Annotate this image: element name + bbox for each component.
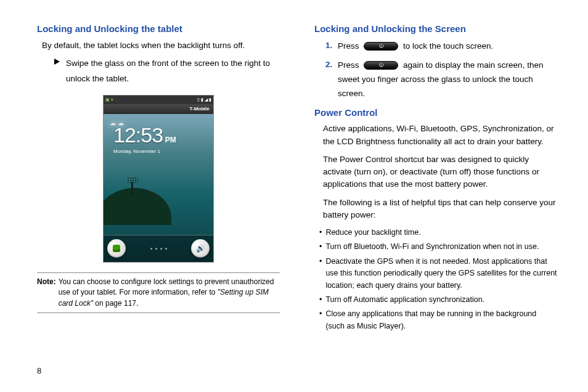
- arrow-icon: [54, 59, 60, 65]
- step-2-text: Press again to display the main screen, …: [338, 59, 557, 101]
- steps-list: 1. Press to lock the touch screen. 2. Pr…: [325, 39, 557, 101]
- heading-power-control: Power Control: [314, 106, 557, 120]
- step-1-text: Press to lock the touch screen.: [338, 39, 557, 54]
- tip-item: Close any applications that may be runni…: [319, 308, 557, 332]
- power-p2: The Power Control shortcut bar was desig…: [323, 153, 557, 191]
- lock-time: 12:53 PM Monday, November 1: [104, 120, 213, 155]
- heading-locking-tablet: Locking and Unlocking the tablet: [37, 22, 280, 36]
- phone-mockup: ▣ ▾ ▯ ▮ ◢ ▮ T-Mobile ☁ ☁ 12:53 PM Monday…: [103, 95, 214, 263]
- time-big: 12:53: [113, 123, 163, 147]
- note-content: You can choose to configure lock setting…: [59, 277, 280, 309]
- right-column: Locking and Unlocking the Screen 1. Pres…: [314, 22, 557, 335]
- lock-wallpaper: ☁ ☁ 12:53 PM Monday, November 1: [104, 114, 213, 262]
- note-label: Note:: [37, 277, 56, 309]
- tip-item: Reduce your backlight time.: [319, 227, 557, 239]
- step-1a: Press: [338, 41, 361, 51]
- sound-icon: [191, 239, 210, 258]
- power-button-icon: [364, 42, 398, 51]
- left-column: Locking and Unlocking the tablet By defa…: [37, 22, 280, 335]
- tip-item: Turn off Automatic application synchroni…: [319, 294, 557, 306]
- step-1b: to lock the touch screen.: [401, 41, 493, 51]
- island-icon: [104, 188, 171, 225]
- tip-item: Deactivate the GPS when it is not needed…: [319, 256, 557, 292]
- power-p3: The following is a list of helpful tips …: [323, 197, 557, 222]
- slide-bar: [104, 235, 213, 262]
- step-2: 2. Press again to display the main scree…: [325, 59, 557, 101]
- tips-list: Reduce your backlight time. Turn off Blu…: [319, 227, 557, 332]
- note-block: Note: You can choose to configure lock s…: [37, 272, 280, 313]
- carrier-bar: T-Mobile: [104, 104, 213, 114]
- time-date: Monday, November 1: [113, 148, 213, 155]
- page-number: 8: [37, 365, 41, 377]
- tablet-screenshot: ▣ ▾ ▯ ▮ ◢ ▮ T-Mobile ☁ ☁ 12:53 PM Monday…: [37, 95, 280, 263]
- status-left-icon: ▣ ▾: [105, 97, 113, 103]
- unlock-icon: [107, 239, 126, 258]
- arrow-step: Swipe the glass on the front of the scre…: [54, 56, 280, 86]
- step-num-2: 2.: [325, 59, 338, 101]
- tip-item: Turn off Bluetooth, Wi-Fi and Synchroniz…: [319, 241, 557, 253]
- status-bar: ▣ ▾ ▯ ▮ ◢ ▮: [104, 96, 213, 104]
- step-2a: Press: [338, 60, 361, 70]
- status-right-icon: ▯ ▮ ◢ ▮: [197, 97, 211, 103]
- slide-dots: [150, 248, 167, 250]
- power-button-icon: [364, 61, 398, 70]
- note-text-2: on page 117.: [93, 299, 138, 308]
- step-1: 1. Press to lock the touch screen.: [325, 39, 557, 54]
- step-num-1: 1.: [325, 39, 338, 54]
- arrow-text: Swipe the glass on the front of the scre…: [66, 56, 280, 86]
- intro-text: By default, the tablet locks when the ba…: [42, 39, 280, 52]
- time-ampm: PM: [165, 136, 176, 144]
- heading-locking-screen: Locking and Unlocking the Screen: [314, 22, 557, 36]
- power-p1: Active applications, Wi-Fi, Bluetooth, G…: [323, 123, 557, 148]
